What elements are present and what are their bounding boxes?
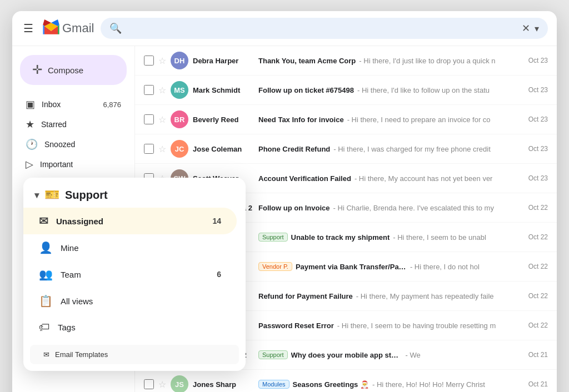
support-panel-header: ▾ 🎫 Support — [23, 178, 246, 208]
sidebar-item-inbox[interactable]: ▣ Inbox 6,876 — [12, 95, 134, 114]
email-preview: - Hi Charlie, Brenda here. I've escalate… — [333, 204, 494, 212]
email-checkbox[interactable] — [144, 114, 154, 124]
email-subject: Password Reset Error — [258, 321, 334, 330]
table-row[interactable]: ☆ JS Jones Sharp Modules Seasons Greetin… — [135, 370, 557, 392]
table-row[interactable]: ☆ DH Debra Harper Thank You, team Acme C… — [135, 46, 557, 76]
email-body: Password Reset Error - Hi there, I seem … — [258, 321, 520, 330]
email-date: Oct 23 — [528, 115, 548, 123]
support-nav-item-all-views[interactable]: 📋 All views — [23, 288, 237, 314]
email-subject: Unable to track my shipment — [291, 233, 390, 242]
inbox-count: 6,876 — [103, 100, 121, 109]
email-body: Modules Seasons Greetings 🎅 - Hi there, … — [258, 380, 520, 389]
email-date: Oct 23 — [528, 174, 548, 182]
star-icon[interactable]: ☆ — [158, 85, 166, 96]
starred-icon: ★ — [26, 118, 34, 130]
compose-button[interactable]: ✛ Compose — [20, 55, 127, 85]
support-nav-item-tags[interactable]: 🏷 Tags — [23, 314, 237, 340]
hamburger-icon[interactable]: ☰ — [21, 19, 36, 37]
team-icon: 👥 — [39, 268, 53, 281]
mine-label: Mine — [61, 243, 79, 253]
search-input[interactable] — [126, 23, 517, 33]
email-preview: - Hi there, I need to prepare an invoice… — [347, 115, 491, 124]
email-date: Oct 23 — [528, 57, 548, 64]
email-subject: Seasons Greetings 🎅 — [293, 380, 369, 389]
search-clear-icon[interactable]: ✕ — [522, 22, 530, 34]
email-templates-label: Email Templates — [55, 350, 108, 359]
support-title: Support — [65, 189, 108, 202]
sender-name: Jose Coleman — [193, 145, 254, 153]
email-tag: Modules — [258, 380, 290, 389]
email-body: Phone Credit Refund - Hi there, I was ch… — [258, 145, 520, 153]
search-icon: 🔍 — [109, 22, 122, 34]
star-icon[interactable]: ☆ — [158, 379, 166, 390]
email-body: Refund for Payment Failure - Hi there, M… — [258, 292, 520, 300]
top-bar: ☰ Gmail 🔍 ✕ ▾ — [12, 11, 557, 46]
sender-name: Beverly Reed — [193, 115, 254, 124]
star-icon[interactable]: ☆ — [158, 56, 166, 66]
sidebar-item-snoozed[interactable]: 🕐 Snoozed — [12, 135, 134, 154]
email-preview: - We — [406, 351, 421, 359]
unassigned-label: Unassigned — [56, 217, 103, 226]
email-subject: Need Tax Info for invoice — [258, 115, 344, 124]
support-nav: ✉ Unassigned 14 👤 Mine 👥 Team 6 📋 All vi… — [23, 208, 246, 340]
email-date: Oct 22 — [528, 321, 548, 329]
all-views-icon: 📋 — [39, 294, 53, 308]
email-body: Thank You, team Acme Corp - Hi there, I'… — [258, 57, 520, 65]
email-date: Oct 22 — [528, 263, 548, 270]
email-checkbox[interactable] — [144, 144, 154, 154]
email-tag: Support — [258, 350, 288, 359]
email-templates-icon: ✉ — [43, 350, 49, 359]
email-preview: - Hi there, I seem to be having trouble … — [337, 321, 496, 330]
compose-label: Compose — [48, 66, 83, 75]
email-checkbox[interactable] — [144, 85, 154, 95]
gmail-logo: Gmail — [42, 19, 94, 37]
sidebar-item-starred[interactable]: ★ Starred — [12, 115, 134, 134]
search-dropdown-icon[interactable]: ▾ — [535, 23, 539, 34]
email-date: Oct 23 — [528, 86, 548, 94]
email-body: Support Why does your mobile app stop wo… — [258, 350, 520, 359]
unassigned-count: 14 — [212, 217, 221, 225]
important-label: Important — [40, 160, 73, 169]
email-preview: - Hi there, I'd just like to drop you a … — [359, 57, 495, 65]
important-icon: ▷ — [26, 158, 33, 170]
email-date: Oct 22 — [528, 233, 548, 241]
support-nav-item-unassigned[interactable]: ✉ Unassigned 14 — [23, 208, 237, 234]
all-views-label: All views — [61, 296, 93, 306]
sender-name: Mark Schmidt — [193, 86, 254, 94]
search-bar: 🔍 ✕ ▾ — [101, 18, 548, 39]
email-preview: - Hi there, My account has not yet been … — [355, 174, 493, 183]
support-nav-item-mine[interactable]: 👤 Mine — [23, 234, 237, 261]
email-templates-button[interactable]: ✉ Email Templates — [30, 345, 239, 364]
snoozed-label: Snoozed — [44, 140, 75, 149]
avatar: JS — [171, 375, 188, 392]
email-subject: Follow up on Invoice — [258, 204, 330, 212]
table-row[interactable]: ☆ BR Beverly Reed Need Tax Info for invo… — [135, 105, 557, 134]
support-collapse-icon[interactable]: ▾ — [34, 190, 39, 200]
email-checkbox[interactable] — [144, 56, 154, 66]
table-row[interactable]: ☆ JC Jose Coleman Phone Credit Refund - … — [135, 134, 557, 164]
avatar: BR — [171, 110, 188, 128]
starred-label: Starred — [41, 120, 67, 129]
star-icon[interactable]: ☆ — [158, 114, 166, 125]
table-row[interactable]: ☆ MS Mark Schmidt Follow up on ticket #6… — [135, 76, 557, 105]
avatar: MS — [171, 81, 188, 99]
email-body: Account Verification Failed - Hi there, … — [258, 174, 520, 183]
star-icon[interactable]: ☆ — [158, 144, 166, 154]
sender-name: Debra Harper — [193, 57, 254, 65]
sidebar-item-important[interactable]: ▷ Important — [12, 155, 134, 174]
email-body: Support Unable to track my shipment - Hi… — [258, 233, 520, 242]
email-tag: Vendor P. — [258, 262, 292, 271]
email-body: Follow up on ticket #675498 - Hi there, … — [258, 86, 520, 94]
email-preview: - Hi there, I'd like to follow up on the… — [357, 86, 490, 94]
email-subject: Refund for Payment Failure — [258, 292, 353, 300]
support-panel: ▾ 🎫 Support ✉ Unassigned 14 👤 Mine 👥 Tea… — [23, 178, 246, 371]
email-date: Oct 21 — [528, 380, 548, 388]
email-body: Follow up on Invoice - Hi Charlie, Brend… — [258, 204, 520, 212]
email-preview: - Hi there, My payment has repeatedly fa… — [356, 292, 494, 300]
support-nav-item-team[interactable]: 👥 Team 6 — [23, 261, 237, 288]
email-subject: Account Verification Failed — [258, 174, 351, 183]
email-body: Need Tax Info for invoice - Hi there, I … — [258, 115, 520, 124]
email-preview: - Hi there, I was charged for my free ph… — [333, 145, 491, 153]
email-checkbox[interactable] — [144, 379, 154, 389]
team-count: 6 — [217, 270, 221, 279]
